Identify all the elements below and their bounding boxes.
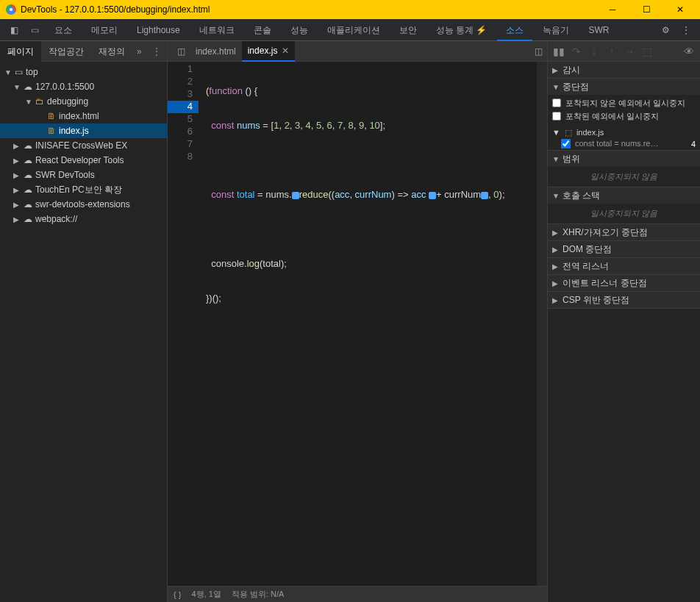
status-bar: { } 4행, 1열 적용 범위: N/A bbox=[168, 586, 547, 602]
left-more[interactable]: ⋮ bbox=[146, 46, 167, 57]
coverage-status: 적용 범위: N/A bbox=[232, 589, 285, 600]
line-number-8[interactable]: 8 bbox=[168, 151, 199, 163]
line-number-3[interactable]: 3 bbox=[168, 88, 199, 101]
tab-index-js[interactable]: index.js✕ bbox=[242, 41, 296, 62]
chrome-icon bbox=[6, 4, 16, 15]
menu-9[interactable]: 소스 bbox=[497, 19, 532, 41]
tree-ext-3[interactable]: ▶☁TouchEn PC보안 확장 bbox=[0, 182, 167, 197]
global-section[interactable]: ▶전역 리스너 bbox=[548, 258, 700, 274]
menu-1[interactable]: 메모리 bbox=[82, 19, 126, 41]
left-tab-1[interactable]: 작업공간 bbox=[41, 41, 91, 62]
menu-7[interactable]: 보안 bbox=[390, 19, 426, 41]
line-number-6[interactable]: 6 bbox=[168, 126, 199, 138]
scope-empty: 일시중지되지 않음 bbox=[552, 168, 696, 185]
menu-3[interactable]: 네트워크 bbox=[190, 19, 243, 41]
tree-ext-4[interactable]: ▶☁swr-devtools-extensions bbox=[0, 197, 167, 212]
menu-8[interactable]: 성능 통계 ⚡ bbox=[427, 19, 496, 41]
tree-folder[interactable]: ▼🗀debugging bbox=[0, 94, 167, 109]
menu-6[interactable]: 애플리케이션 bbox=[318, 19, 389, 41]
deactivate-bp-button[interactable]: ⬚ bbox=[639, 43, 655, 60]
toggle-navigator-icon[interactable]: ◫ bbox=[172, 43, 190, 60]
cursor-position: 4행, 1열 bbox=[191, 589, 221, 600]
device-icon[interactable]: ▭ bbox=[25, 21, 44, 40]
file-tree: ▼▭top ▼☁127.0.0.1:5500 ▼🗀debugging 🗎inde… bbox=[0, 62, 167, 229]
tree-host[interactable]: ▼☁127.0.0.1:5500 bbox=[0, 79, 167, 94]
close-button[interactable]: ✕ bbox=[663, 0, 697, 19]
bp-item[interactable]: const total = nums.re…4 bbox=[552, 139, 696, 148]
bp-file-row[interactable]: ▼⬚index.js bbox=[552, 126, 696, 139]
debugger-pane: ▮▮ ↷ ↓ ↑ → ⬚ 👁 ▶감시 ▼중단점 포착되지 않은 예외에서 일시중… bbox=[547, 41, 700, 602]
titlebar: DevTools - 127.0.0.1:5500/debugging/inde… bbox=[0, 0, 700, 19]
overflow-chevron[interactable]: » bbox=[132, 46, 146, 57]
toggle-debugger-icon[interactable]: ◫ bbox=[529, 43, 547, 60]
inspect-icon[interactable]: ◧ bbox=[4, 21, 24, 40]
tree-ext-2[interactable]: ▶☁SWR DevTools bbox=[0, 168, 167, 182]
stepover-button[interactable]: ↷ bbox=[568, 43, 585, 60]
line-number-4[interactable]: 4 bbox=[168, 101, 199, 113]
maximize-button[interactable]: ☐ bbox=[629, 0, 663, 19]
tree-ext-1[interactable]: ▶☁React Developer Tools bbox=[0, 153, 167, 168]
step-button[interactable]: → bbox=[621, 43, 638, 60]
pause-button[interactable]: ▮▮ bbox=[551, 43, 567, 60]
code-editor[interactable]: 12345678 (function () { const nums = [1,… bbox=[168, 62, 547, 586]
menu-0[interactable]: 요소 bbox=[46, 19, 81, 41]
left-tab-0[interactable]: 페이지 bbox=[0, 41, 41, 62]
braces-icon[interactable]: { } bbox=[174, 590, 181, 599]
settings-icon[interactable]: ⚙ bbox=[656, 21, 675, 40]
stepout-button[interactable]: ↑ bbox=[604, 43, 620, 60]
navigator-pane: 페이지작업공간재정의 » ⋮ ▼▭top ▼☁127.0.0.1:5500 ▼🗀… bbox=[0, 41, 168, 602]
menu-2[interactable]: Lighthouse bbox=[128, 19, 189, 41]
uncaught-checkbox[interactable]: 포착되지 않은 예외에서 일시중지 bbox=[552, 96, 696, 110]
scope-section[interactable]: ▼범위 bbox=[548, 151, 700, 167]
line-number-2[interactable]: 2 bbox=[168, 76, 199, 88]
stepinto-button[interactable]: ↓ bbox=[586, 43, 602, 60]
callstack-section[interactable]: ▼호출 스택 bbox=[548, 187, 700, 204]
line-number-5[interactable]: 5 bbox=[168, 113, 199, 126]
callstack-empty: 일시중지되지 않음 bbox=[552, 205, 696, 222]
caught-checkbox[interactable]: 포착된 예외에서 일시중지 bbox=[552, 110, 696, 123]
window-title: DevTools - 127.0.0.1:5500/debugging/inde… bbox=[3, 4, 596, 15]
line-number-7[interactable]: 7 bbox=[168, 138, 199, 151]
menu-10[interactable]: 녹음기 bbox=[534, 19, 578, 41]
tree-ext-0[interactable]: ▶☁INISAFE CrossWeb EX bbox=[0, 138, 167, 153]
event-section[interactable]: ▶이벤트 리스너 중단점 bbox=[548, 275, 700, 291]
main-menu: ◧ ▭ 요소메모리Lighthouse네트워크콘솔성능애플리케이션보안성능 통계… bbox=[0, 19, 700, 41]
line-number-1[interactable]: 1 bbox=[168, 63, 199, 76]
csp-section[interactable]: ▶CSP 위반 중단점 bbox=[548, 292, 700, 308]
breakpoints-section[interactable]: ▼중단점 bbox=[548, 79, 700, 95]
menu-11[interactable]: SWR bbox=[579, 19, 618, 41]
title-text: DevTools - 127.0.0.1:5500/debugging/inde… bbox=[21, 4, 210, 15]
left-tab-2[interactable]: 재정의 bbox=[91, 41, 132, 62]
editor-scrollbar[interactable] bbox=[537, 62, 547, 586]
close-tab-icon[interactable]: ✕ bbox=[282, 46, 289, 56]
editor-pane: ◫ index.html index.js✕ ◫ 12345678 (funct… bbox=[168, 41, 547, 602]
tree-top[interactable]: ▼▭top bbox=[0, 65, 167, 79]
more-icon[interactable]: ⋮ bbox=[676, 21, 696, 40]
no-pause-icon[interactable]: 👁 bbox=[681, 43, 697, 60]
watch-section[interactable]: ▶감시 bbox=[548, 62, 700, 78]
tree-file-html[interactable]: 🗎index.html bbox=[0, 109, 167, 123]
tree-file-js[interactable]: 🗎index.js bbox=[0, 123, 167, 138]
minimize-button[interactable]: ─ bbox=[596, 0, 629, 19]
tab-index-html[interactable]: index.html bbox=[190, 41, 242, 62]
menu-4[interactable]: 콘솔 bbox=[245, 19, 280, 41]
tree-ext-5[interactable]: ▶☁webpack:// bbox=[0, 212, 167, 226]
dom-section[interactable]: ▶DOM 중단점 bbox=[548, 241, 700, 257]
xhr-section[interactable]: ▶XHR/가져오기 중단점 bbox=[548, 224, 700, 240]
menu-5[interactable]: 성능 bbox=[282, 19, 317, 41]
